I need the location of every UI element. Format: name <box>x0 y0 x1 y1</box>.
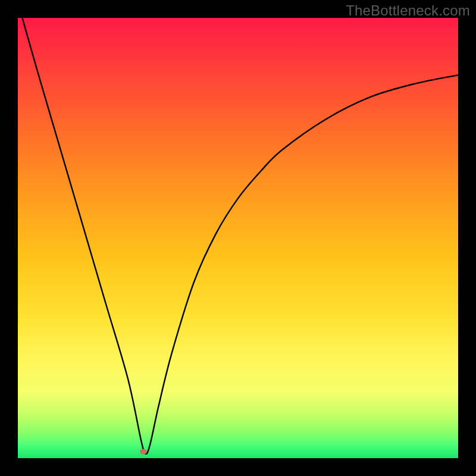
plot-area <box>18 18 458 458</box>
optimal-point-marker <box>140 449 147 454</box>
watermark-text: TheBottleneck.com <box>346 2 470 19</box>
bottleneck-curve <box>22 18 458 454</box>
chart-frame: TheBottleneck.com <box>0 0 476 476</box>
curve-svg <box>18 18 458 458</box>
